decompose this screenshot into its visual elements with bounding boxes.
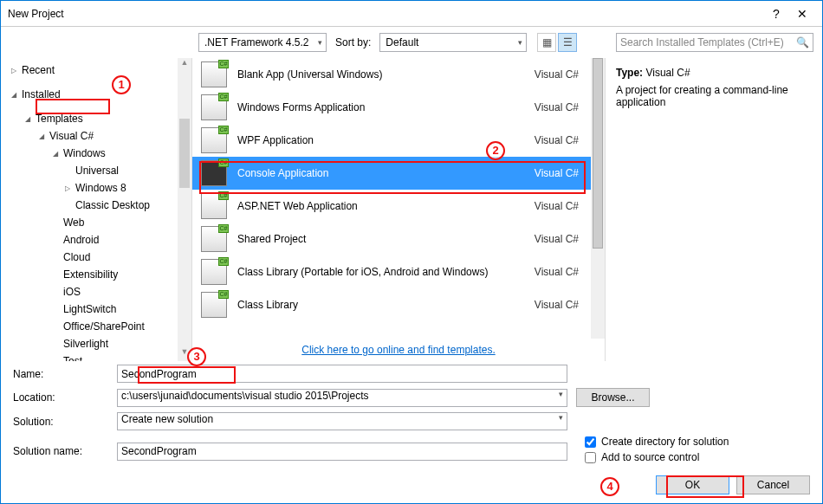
detail-type-label: Type: [616, 67, 643, 79]
framework-combo[interactable]: .NET Framework 4.5.2 [198, 33, 327, 52]
footer: OK Cancel [656, 475, 810, 494]
tree-test[interactable]: Test [4, 352, 188, 361]
bottom-form: Name: Location: c:\users\junaid\document… [1, 361, 822, 481]
template-icon: C# [201, 94, 227, 120]
view-small-icon[interactable]: ▦ [537, 33, 556, 52]
template-item[interactable]: C#Shared ProjectVisual C# [192, 223, 605, 255]
template-item[interactable]: C#Class Library (Portable for iOS, Andro… [192, 255, 605, 288]
tree-installed[interactable]: Installed [4, 86, 188, 103]
tree-ios[interactable]: iOS [4, 283, 188, 300]
sidebar: Recent Installed Templates Visual C# Win… [1, 58, 191, 361]
tree-universal[interactable]: Universal [4, 162, 188, 179]
sort-combo[interactable]: Default [379, 33, 527, 52]
search-input[interactable]: Search Installed Templates (Ctrl+E) 🔍 [616, 33, 813, 52]
browse-button[interactable]: Browse... [576, 388, 650, 407]
template-icon: C# [201, 160, 227, 186]
tree-silverlight[interactable]: Silverlight [4, 335, 188, 352]
tree-recent[interactable]: Recent [4, 61, 188, 79]
tree-lightswitch[interactable]: LightSwitch [4, 300, 188, 318]
template-item-selected[interactable]: C#Console ApplicationVisual C# [192, 157, 605, 190]
template-list: C#Blank App (Universal Windows)Visual C#… [192, 58, 605, 339]
tree-windows[interactable]: Windows [4, 145, 188, 162]
close-button[interactable]: ✕ [789, 7, 815, 21]
solname-input[interactable] [117, 443, 567, 461]
tree-web[interactable]: Web [4, 214, 188, 231]
template-item[interactable]: C#WPF ApplicationVisual C# [192, 124, 605, 157]
view-mode: ▦ ☰ [537, 33, 577, 52]
solname-label: Solution name: [13, 445, 117, 457]
template-icon: C# [201, 226, 227, 252]
sort-label: Sort by: [332, 36, 374, 48]
template-icon: C# [201, 127, 227, 153]
help-button[interactable]: ? [763, 7, 789, 21]
template-icon: C# [201, 292, 227, 318]
online-templates-link[interactable]: Click here to go online and find templat… [192, 339, 605, 361]
template-icon: C# [201, 61, 227, 87]
add-source-checkbox[interactable]: Add to source control [585, 451, 729, 463]
tree-visual-csharp[interactable]: Visual C# [4, 127, 188, 145]
solution-label: Solution: [13, 416, 117, 428]
sidebar-scrollbar[interactable]: ▲▼ [178, 58, 191, 361]
template-item[interactable]: C#Class LibraryVisual C# [192, 288, 605, 321]
titlebar: New Project ? ✕ [1, 1, 822, 27]
tree-office[interactable]: Office/SharePoint [4, 318, 188, 335]
cancel-button[interactable]: Cancel [736, 475, 810, 494]
tree-android[interactable]: Android [4, 231, 188, 249]
template-item[interactable]: C#Windows Forms ApplicationVisual C# [192, 91, 605, 124]
create-dir-checkbox[interactable]: Create directory for solution [585, 436, 729, 448]
tree-cloud[interactable]: Cloud [4, 249, 188, 266]
name-label: Name: [13, 368, 117, 380]
view-list-icon[interactable]: ☰ [558, 33, 577, 52]
ok-button[interactable]: OK [656, 475, 729, 494]
search-icon: 🔍 [796, 36, 809, 48]
location-combo[interactable]: c:\users\junaid\documents\visual studio … [117, 389, 567, 407]
tree-templates[interactable]: Templates [4, 110, 188, 127]
template-icon: C# [201, 259, 227, 285]
name-input[interactable] [117, 365, 567, 383]
template-item[interactable]: C#ASP.NET Web ApplicationVisual C# [192, 190, 605, 223]
template-pane: C#Blank App (Universal Windows)Visual C#… [191, 58, 606, 361]
template-item[interactable]: C#Blank App (Universal Windows)Visual C# [192, 58, 605, 91]
tree-windows8[interactable]: Windows 8 [4, 179, 188, 197]
window-title: New Project [8, 8, 763, 20]
toolbar: .NET Framework 4.5.2 Sort by: Default ▦ … [1, 27, 822, 58]
location-label: Location: [13, 391, 117, 404]
list-scrollbar[interactable] [591, 58, 605, 339]
tree-classic-desktop[interactable]: Classic Desktop [4, 197, 188, 214]
detail-description: A project for creating a command-line ap… [616, 84, 812, 108]
solution-combo[interactable]: Create new solution [117, 412, 567, 430]
tree-extensibility[interactable]: Extensibility [4, 266, 188, 283]
detail-type-value: Visual C# [645, 67, 690, 79]
detail-pane: Type: Visual C# A project for creating a… [606, 58, 822, 361]
template-icon: C# [201, 193, 227, 219]
